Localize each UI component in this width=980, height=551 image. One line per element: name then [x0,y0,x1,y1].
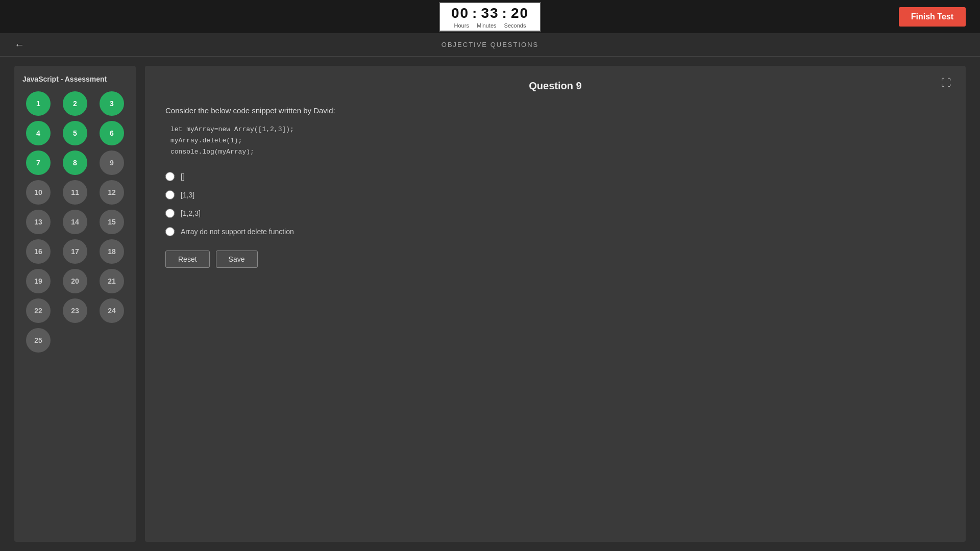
timer-minutes: 33 [481,5,499,21]
code-line: myArray.delete(1); [170,135,945,146]
question-nav-btn-5[interactable]: 5 [63,121,87,145]
timer-box: 00 : 33 : 20 Hours Minutes Seconds [439,2,541,32]
option-label-1: [1,3] [181,191,194,199]
question-nav-btn-22[interactable]: 22 [26,298,51,323]
option-row-2[interactable]: [1,2,3] [165,209,945,218]
seconds-label: Seconds [504,22,526,29]
option-radio-2[interactable] [165,209,175,218]
main-content: JavaScript - Assessment 1234567891011121… [0,57,980,551]
question-nav-btn-20[interactable]: 20 [63,269,87,293]
question-nav-btn-2[interactable]: 2 [63,91,87,116]
question-nav-btn-12[interactable]: 12 [100,180,124,205]
timer-hours: 00 [451,5,469,21]
question-nav-btn-23[interactable]: 23 [63,298,87,323]
minutes-label: Minutes [477,22,497,29]
expand-icon[interactable]: ⛶ [941,77,951,89]
options-container: [][1,3][1,2,3]Array do not support delet… [165,172,945,236]
question-nav-btn-10[interactable]: 10 [26,180,51,205]
question-nav-btn-11[interactable]: 11 [63,180,87,205]
code-line: let myArray=new Array([1,2,3]); [170,124,945,135]
action-buttons: Reset Save [165,251,945,268]
question-nav-btn-13[interactable]: 13 [26,210,51,234]
timer-labels: Hours Minutes Seconds [450,22,530,29]
save-button[interactable]: Save [216,251,258,268]
option-radio-3[interactable] [165,227,175,236]
code-line: console.log(myArray); [170,146,945,158]
option-row-3[interactable]: Array do not support delete function [165,227,945,236]
question-nav-btn-18[interactable]: 18 [100,239,124,264]
question-nav-btn-19[interactable]: 19 [26,269,51,293]
code-block: let myArray=new Array([1,2,3]);myArray.d… [165,124,945,158]
sidebar-title: JavaScript - Assessment [22,75,128,83]
question-nav-btn-17[interactable]: 17 [63,239,87,264]
hours-label: Hours [454,22,469,29]
question-panel: Question 9 ⛶ Consider the below code sni… [145,66,966,542]
back-arrow-icon[interactable]: ← [14,39,24,51]
question-nav-btn-25[interactable]: 25 [26,328,51,353]
question-nav-btn-8[interactable]: 8 [63,151,87,175]
option-row-1[interactable]: [1,3] [165,190,945,199]
question-nav-btn-6[interactable]: 6 [100,121,124,145]
subheader: ← OBJECTIVE QUESTIONS [0,33,980,57]
top-bar: 00 : 33 : 20 Hours Minutes Seconds Finis… [0,0,980,33]
timer-seconds: 20 [511,5,529,21]
question-grid: 1234567891011121314151617181920212223242… [22,91,128,353]
option-radio-1[interactable] [165,190,175,199]
option-label-2: [1,2,3] [181,209,201,217]
section-title: OBJECTIVE QUESTIONS [442,41,538,48]
question-text: Consider the below code snippet written … [165,106,945,115]
option-radio-0[interactable] [165,172,175,181]
timer-digits: 00 : 33 : 20 [451,5,529,21]
question-nav-btn-21[interactable]: 21 [100,269,124,293]
question-nav-btn-9[interactable]: 9 [100,151,124,175]
reset-button[interactable]: Reset [165,251,210,268]
question-nav-btn-14[interactable]: 14 [63,210,87,234]
question-nav-btn-7[interactable]: 7 [26,151,51,175]
question-nav-btn-24[interactable]: 24 [100,298,124,323]
question-nav-btn-3[interactable]: 3 [100,91,124,116]
option-label-3: Array do not support delete function [181,228,294,236]
question-nav-btn-15[interactable]: 15 [100,210,124,234]
question-nav-btn-4[interactable]: 4 [26,121,51,145]
question-nav-btn-16[interactable]: 16 [26,239,51,264]
question-title: Question 9 [165,80,945,92]
sidebar: JavaScript - Assessment 1234567891011121… [14,66,136,542]
timer-sep1: : [472,5,478,21]
question-nav-btn-1[interactable]: 1 [26,91,51,116]
option-label-0: [] [181,172,185,181]
option-row-0[interactable]: [] [165,172,945,181]
finish-test-button[interactable]: Finish Test [899,7,966,27]
timer-sep2: : [502,5,508,21]
